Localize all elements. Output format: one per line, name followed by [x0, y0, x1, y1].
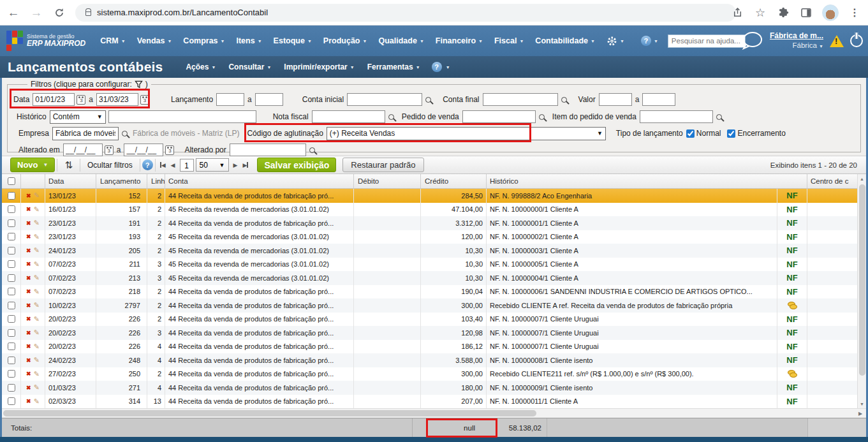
delete-icon[interactable]: ✖ — [26, 275, 31, 281]
row-checkbox[interactable] — [8, 219, 15, 227]
delete-icon[interactable]: ✖ — [26, 302, 31, 309]
delete-icon[interactable]: ✖ — [26, 233, 31, 240]
edit-pencil-icon[interactable]: ✎ — [34, 260, 40, 269]
menu-imprimir-exportar[interactable]: Imprimir/exportar▼ — [277, 63, 360, 71]
toolbar-help-icon[interactable]: ? — [142, 159, 153, 170]
edit-pencil-icon[interactable]: ✎ — [34, 370, 40, 378]
row-checkbox[interactable] — [8, 370, 15, 378]
scroll-right-icon[interactable]: ▶ — [856, 409, 865, 418]
row-checkbox[interactable] — [8, 274, 15, 282]
scroll-down-icon[interactable]: ▼ — [858, 399, 866, 408]
nf-icon[interactable]: NF — [786, 397, 797, 406]
tipo-encerramento-checkbox[interactable] — [727, 129, 735, 138]
empresa-select[interactable]: Fábrica de móveis - — [52, 127, 119, 140]
delete-icon[interactable]: ✖ — [26, 316, 31, 322]
table-row[interactable]: ✖ ✎ 20/02/23 226 3 44 Receita da venda d… — [2, 326, 857, 340]
menu-help[interactable]: ? ▼ — [630, 36, 664, 46]
row-checkbox[interactable] — [8, 233, 15, 240]
table-row[interactable]: ✖ ✎ 20/02/23 226 4 44 Receita da venda d… — [2, 340, 857, 354]
search-icon[interactable] — [122, 131, 128, 136]
col-debito[interactable]: Débito — [354, 174, 421, 188]
edit-pencil-icon[interactable]: ✎ — [34, 301, 40, 309]
edit-pencil-icon[interactable]: ✎ — [34, 397, 40, 406]
row-checkbox[interactable] — [8, 302, 15, 309]
menu-settings[interactable]: ▼ — [601, 36, 630, 47]
alterado-em-from-input[interactable] — [63, 144, 103, 156]
table-row[interactable]: ✖ ✎ 01/03/23 271 4 44 Receita da venda d… — [2, 381, 857, 395]
historico-operator-select[interactable]: Contém▼ — [50, 110, 106, 124]
delete-icon[interactable]: ✖ — [26, 206, 31, 212]
col-conta[interactable]: Conta — [165, 174, 354, 188]
row-checkbox[interactable] — [8, 397, 15, 405]
menu-ferramentas[interactable]: Ferramentas▼ — [361, 63, 427, 71]
page-size-select[interactable]: 50▼ — [196, 158, 229, 172]
row-checkbox[interactable] — [8, 384, 15, 392]
search-icon[interactable] — [388, 114, 394, 120]
nf-icon[interactable]: NF — [786, 314, 797, 324]
row-checkbox[interactable] — [8, 315, 15, 323]
delete-icon[interactable]: ✖ — [26, 247, 31, 254]
account-menu[interactable]: Fábrica de m... Fábrica ▼ — [770, 31, 823, 50]
alterado-em-to-input[interactable] — [124, 144, 163, 156]
last-page-icon[interactable]: ▶ — [240, 162, 251, 168]
item-pedido-input[interactable] — [640, 110, 713, 123]
col-data[interactable]: Data — [45, 174, 96, 188]
coins-icon[interactable] — [788, 302, 797, 309]
search-icon[interactable] — [309, 147, 315, 153]
edit-pencil-icon[interactable]: ✎ — [34, 343, 40, 351]
table-row[interactable]: ✖ ✎ 20/02/23 226 2 44 Receita da venda d… — [2, 313, 857, 327]
nf-icon[interactable]: NF — [786, 328, 797, 337]
horizontal-scrollbar[interactable]: ▶ — [2, 408, 866, 418]
table-row[interactable]: ✖ ✎ 24/02/23 248 4 44 Receita da venda d… — [2, 353, 857, 367]
table-row[interactable]: ✖ ✎ 23/01/23 191 2 44 Receita da venda d… — [2, 216, 857, 230]
delete-icon[interactable]: ✖ — [26, 330, 31, 336]
edit-pencil-icon[interactable]: ✎ — [34, 205, 40, 214]
scroll-up-icon[interactable]: ▲ — [858, 174, 866, 183]
valor-to-input[interactable] — [642, 93, 675, 106]
row-checkbox[interactable] — [8, 343, 15, 350]
table-row[interactable]: ✖ ✎ 02/03/23 314 13 44 Receita da venda … — [2, 395, 857, 409]
data-from-input[interactable] — [33, 93, 75, 106]
calendar-icon[interactable]: 3 — [140, 95, 149, 105]
conta-final-input[interactable] — [483, 93, 558, 106]
calendar-icon[interactable]: 3 — [165, 145, 174, 155]
coins-icon[interactable] — [788, 370, 797, 378]
refresh-icon[interactable]: ⇅ — [59, 158, 78, 172]
profile-avatar[interactable] — [822, 4, 839, 21]
logout-power-icon[interactable] — [850, 34, 863, 47]
col-lancamento[interactable]: Lançamento — [96, 174, 147, 188]
delete-icon[interactable]: ✖ — [26, 343, 31, 350]
restaurar-padrao-button[interactable]: Restaurar padrão — [342, 158, 423, 172]
edit-pencil-icon[interactable]: ✎ — [34, 246, 40, 254]
col-centro-custo[interactable]: Centro de c — [807, 174, 857, 188]
edit-pencil-icon[interactable]: ✎ — [34, 383, 40, 392]
nf-icon[interactable]: NF — [786, 232, 797, 242]
row-checkbox[interactable] — [8, 357, 15, 364]
data-to-input[interactable] — [96, 93, 138, 106]
address-bar[interactable]: sistema.maxiprod.com.br/LancamentoContab… — [75, 4, 736, 22]
menu-vendas[interactable]: Vendas▼ — [131, 36, 178, 45]
vertical-scrollbar[interactable]: ▲ ▼ — [857, 174, 866, 408]
delete-icon[interactable]: ✖ — [26, 288, 31, 295]
table-row[interactable]: ✖ ✎ 07/02/23 218 2 44 Receita da venda d… — [2, 285, 857, 299]
menu-qualidade[interactable]: Qualidade▼ — [372, 36, 429, 45]
calendar-icon[interactable]: 3 — [77, 95, 85, 105]
share-icon[interactable] — [730, 6, 744, 20]
novo-button[interactable]: Novo▼ — [10, 158, 55, 172]
chat-icon[interactable] — [740, 31, 763, 50]
historico-input[interactable] — [108, 110, 256, 123]
table-row[interactable]: ✖ ✎ 27/02/23 250 2 44 Receita da venda d… — [2, 367, 857, 381]
nf-icon[interactable]: NF — [786, 191, 797, 200]
browser-back-icon[interactable]: ← — [4, 3, 23, 22]
side-panel-icon[interactable] — [799, 6, 813, 20]
salvar-exibicao-button[interactable]: Salvar exibição — [257, 158, 336, 172]
delete-icon[interactable]: ✖ — [26, 398, 31, 404]
row-checkbox[interactable] — [8, 247, 15, 254]
nf-icon[interactable]: NF — [786, 205, 797, 214]
next-page-icon[interactable]: ▶ — [231, 162, 240, 168]
search-icon[interactable] — [561, 97, 567, 103]
conta-inicial-input[interactable] — [347, 93, 422, 106]
col-credito[interactable]: Crédito — [421, 174, 487, 188]
row-checkbox[interactable] — [8, 288, 15, 295]
table-row[interactable]: ✖ ✎ 07/02/23 211 3 45 Receita da revenda… — [2, 258, 857, 272]
